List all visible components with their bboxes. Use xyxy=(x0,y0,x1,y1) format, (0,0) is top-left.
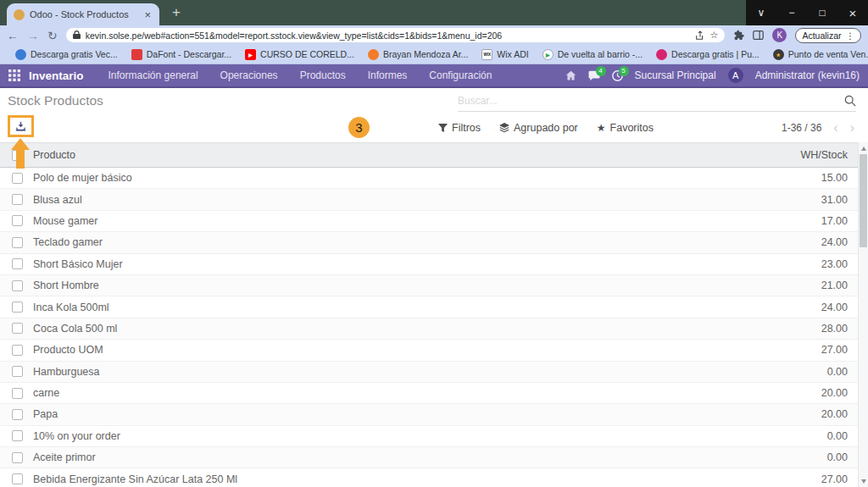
cell-producto[interactable]: Short Básico Mujer xyxy=(33,258,821,270)
row-checkbox[interactable] xyxy=(12,194,23,205)
profile-avatar[interactable]: K xyxy=(772,28,787,42)
pager-prev-icon[interactable]: ‹ xyxy=(833,121,837,135)
chrome-menu-icon[interactable]: ⋮ xyxy=(846,30,855,41)
table-row[interactable]: Inca Kola 500ml 24.00 xyxy=(0,296,868,318)
table-row[interactable]: Mouse gamer 17.00 xyxy=(0,211,868,232)
apps-grid-icon[interactable] xyxy=(8,69,20,81)
cell-producto[interactable]: Inca Kola 500ml xyxy=(33,302,821,313)
cell-producto[interactable]: 10% on your order xyxy=(33,430,827,442)
bookmark-star-icon[interactable]: ☆ xyxy=(710,30,719,41)
row-checkbox[interactable] xyxy=(12,237,23,248)
cell-producto[interactable]: Polo de mujer básico xyxy=(33,172,821,184)
column-header-producto[interactable]: Producto xyxy=(33,149,800,161)
column-header-wh-stock[interactable]: WH/Stock xyxy=(800,149,848,161)
cell-producto[interactable]: Producto UOM xyxy=(33,344,821,356)
row-checkbox[interactable] xyxy=(12,473,23,484)
cell-wh-stock: 31.00 xyxy=(821,194,848,206)
actualizar-button[interactable]: Actualizar ⋮ xyxy=(795,28,861,43)
company-selector[interactable]: Sucursal Principal xyxy=(635,69,716,81)
row-checkbox[interactable] xyxy=(12,323,23,334)
table-row[interactable]: Coca Cola 500 ml 28.00 xyxy=(0,318,868,340)
search-input[interactable]: Buscar... xyxy=(458,91,856,112)
menu-informes[interactable]: Informes xyxy=(359,69,417,81)
cell-wh-stock: 27.00 xyxy=(821,473,848,485)
browser-tab[interactable]: Odoo - Stock Productos × xyxy=(7,3,159,25)
new-tab-button[interactable]: + xyxy=(166,3,186,23)
cell-producto[interactable]: Aceite primor xyxy=(33,451,827,463)
extensions-puzzle-icon[interactable] xyxy=(733,30,744,41)
cell-producto[interactable]: Bebida Energizante Sin Azúcar Lata 250 M… xyxy=(33,473,821,485)
cell-producto[interactable]: Coca Cola 500 ml xyxy=(33,323,821,335)
row-checkbox[interactable] xyxy=(12,258,23,269)
row-checkbox[interactable] xyxy=(12,430,23,441)
table-row[interactable]: Bebida Energizante Sin Azúcar Lata 250 M… xyxy=(0,468,868,487)
address-bar[interactable]: kevin.solse.pe/web#action=551&model=repo… xyxy=(66,28,726,42)
cell-producto[interactable]: carne xyxy=(33,387,821,399)
row-checkbox[interactable] xyxy=(12,345,23,356)
cell-producto[interactable]: Blusa azul xyxy=(33,194,821,206)
app-name[interactable]: Inventario xyxy=(29,69,84,82)
scrollbar-thumb[interactable] xyxy=(860,154,867,247)
bookmark-item[interactable]: ▶ De vuelta al barrio -... xyxy=(536,49,649,60)
table-row[interactable]: Hamburguesa 0.00 xyxy=(0,362,868,383)
forward-icon[interactable]: → xyxy=(27,30,39,42)
scroll-up-icon[interactable] xyxy=(859,143,868,153)
menu-configuracion[interactable]: Configuración xyxy=(420,69,501,81)
user-menu[interactable]: Administrator (kevin16) xyxy=(755,69,860,81)
export-button[interactable] xyxy=(8,115,34,137)
back-icon[interactable]: ← xyxy=(7,30,19,42)
search-icon[interactable] xyxy=(844,95,856,107)
row-checkbox[interactable] xyxy=(12,388,23,399)
table-row[interactable]: Short Básico Mujer 23.00 xyxy=(0,254,868,275)
table-row[interactable]: carne 20.00 xyxy=(0,383,868,404)
scroll-down-icon[interactable] xyxy=(859,476,868,486)
table-row[interactable]: Papa 20.00 xyxy=(0,404,868,425)
table-row[interactable]: Polo de mujer básico 15.00 xyxy=(0,168,868,189)
bookmark-item[interactable]: Descarga gratis | Pu... xyxy=(649,49,766,60)
cell-producto[interactable]: Mouse gamer xyxy=(33,215,821,227)
tab-search-icon[interactable]: ∨ xyxy=(746,0,776,25)
vertical-scrollbar[interactable] xyxy=(858,142,868,487)
table-row[interactable]: Blusa azul 31.00 xyxy=(0,189,868,210)
table-row[interactable]: Short Hombre 21.00 xyxy=(0,275,868,296)
row-checkbox[interactable] xyxy=(12,452,23,463)
activities-button[interactable]: 5 xyxy=(612,70,623,81)
row-checkbox[interactable] xyxy=(12,302,23,313)
cell-producto[interactable]: Hamburguesa xyxy=(33,366,827,378)
row-checkbox[interactable] xyxy=(12,215,23,226)
menu-productos[interactable]: Productos xyxy=(291,69,355,81)
bookmark-item[interactable]: ▶ CURSO DE CORELD... xyxy=(238,49,361,60)
cell-producto[interactable]: Short Hombre xyxy=(33,279,821,291)
filters-button[interactable]: Filtros xyxy=(438,122,481,134)
table-row[interactable]: 10% on your order 0.00 xyxy=(0,426,868,447)
bookmark-item[interactable]: ★ Punto de venta Ven... xyxy=(766,49,868,60)
reload-icon[interactable]: ↻ xyxy=(47,30,58,42)
favorites-button[interactable]: ★ Favoritos xyxy=(597,122,654,134)
group-by-button[interactable]: Agrupado por xyxy=(499,122,578,134)
pager-next-icon[interactable]: › xyxy=(850,121,854,135)
table-row[interactable]: Producto UOM 27.00 xyxy=(0,340,868,361)
cell-producto[interactable]: Papa xyxy=(33,408,821,420)
close-icon[interactable]: × xyxy=(837,0,868,25)
bookmark-item[interactable]: Brayan Mendoza Ar... xyxy=(361,49,475,60)
row-checkbox[interactable] xyxy=(12,366,23,377)
messages-button[interactable]: 4 xyxy=(588,70,600,81)
table-row[interactable]: Teclado gamer 24.00 xyxy=(0,232,868,253)
bookmark-item[interactable]: DaFont - Descargar... xyxy=(125,49,238,60)
user-avatar[interactable]: A xyxy=(728,68,743,83)
bookmark-item[interactable]: WIX Wix ADI xyxy=(475,49,535,60)
table-row[interactable]: Aceite primor 0.00 xyxy=(0,447,868,468)
menu-informacion-general[interactable]: Información general xyxy=(99,69,208,81)
row-checkbox[interactable] xyxy=(12,280,23,291)
menu-operaciones[interactable]: Operaciones xyxy=(211,69,287,81)
share-icon[interactable] xyxy=(695,30,705,41)
tab-close-icon[interactable]: × xyxy=(142,8,153,21)
row-checkbox[interactable] xyxy=(12,409,23,420)
minimize-icon[interactable]: − xyxy=(776,0,807,25)
row-checkbox[interactable] xyxy=(12,173,23,184)
cell-producto[interactable]: Teclado gamer xyxy=(33,236,821,248)
home-icon[interactable] xyxy=(565,70,576,81)
side-panel-icon[interactable] xyxy=(753,30,764,41)
restore-icon[interactable]: □ xyxy=(807,0,837,25)
bookmark-item[interactable]: Descarga gratis Vec... xyxy=(8,49,125,60)
